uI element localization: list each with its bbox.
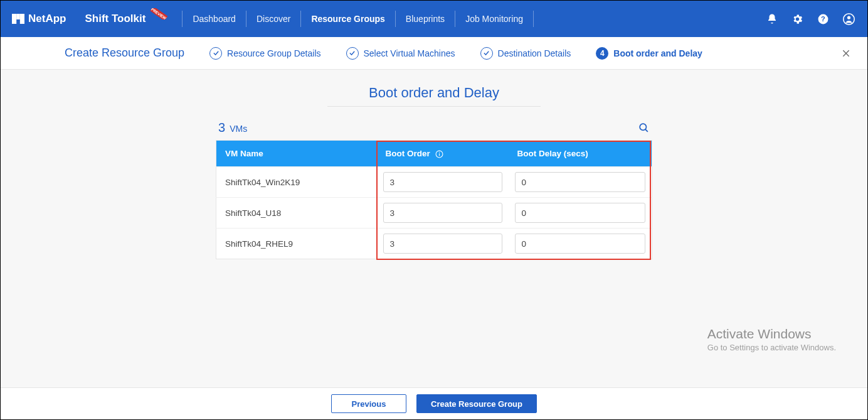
col-boot-delay: Boot Delay (secs): [509, 141, 652, 167]
svg-point-11: [640, 124, 646, 130]
vm-name-cell: ShiftTk04_U18: [216, 198, 377, 229]
check-icon: [346, 47, 359, 60]
nav-dashboard[interactable]: Dashboard: [183, 11, 246, 27]
vm-table: VM Name Boot Order Boot Delay (secs) Shi…: [216, 140, 652, 259]
step-destination-details[interactable]: Destination Details: [480, 47, 571, 60]
top-navbar: NetApp Shift Toolkit PREVIEW Dashboard D…: [1, 1, 867, 37]
vm-name-cell: ShiftTk04_Win2K19: [216, 167, 377, 198]
boot-delay-input[interactable]: [515, 203, 646, 223]
step-boot-order[interactable]: 4 Boot order and Delay: [596, 47, 702, 60]
nav-job-monitoring[interactable]: Job Monitoring: [455, 11, 533, 27]
preview-badge-icon: PREVIEW: [148, 8, 169, 23]
svg-text:?: ?: [821, 15, 825, 23]
watermark-line1: Activate Windows: [707, 326, 836, 342]
heading-underline: [327, 106, 541, 107]
create-resource-group-button[interactable]: Create Resource Group: [416, 394, 537, 413]
vm-name-cell: ShiftTk04_RHEL9: [216, 229, 377, 259]
boot-order-input[interactable]: [383, 203, 502, 223]
vm-count-number: 3: [218, 121, 225, 134]
vm-table-wrap: 3 VMs VM Name Boot Order Boot Delay (sec: [216, 121, 652, 259]
step-number: 4: [596, 47, 608, 60]
svg-rect-2: [16, 14, 20, 19]
nav-links: Dashboard Discover Resource Groups Bluep…: [183, 11, 534, 27]
col-boot-order: Boot Order: [377, 141, 509, 167]
vm-count: 3 VMs: [218, 121, 247, 135]
nav-resource-groups[interactable]: Resource Groups: [301, 11, 394, 27]
step-select-vms[interactable]: Select Virtual Machines: [346, 47, 455, 60]
app-title-text: Shift Toolkit: [85, 13, 146, 25]
wizard-steps: Resource Group Details Select Virtual Ma…: [209, 47, 702, 60]
table-header-row: VM Name Boot Order Boot Delay (secs): [216, 141, 652, 167]
wizard-title: Create Resource Group: [65, 46, 184, 60]
wizard-header: Create Resource Group Resource Group Det…: [1, 37, 867, 70]
col-boot-order-text: Boot Order: [386, 149, 430, 158]
table-row: ShiftTk04_RHEL9: [216, 229, 652, 259]
search-icon[interactable]: [638, 122, 650, 134]
windows-watermark: Activate Windows Go to Settings to activ…: [707, 326, 836, 352]
svg-rect-14: [438, 153, 439, 156]
help-icon[interactable]: ?: [817, 13, 829, 25]
svg-text:PREVIEW: PREVIEW: [151, 8, 167, 19]
svg-point-8: [847, 16, 850, 19]
brand-logo: NetApp: [12, 13, 66, 25]
step-label: Select Virtual Machines: [364, 48, 455, 58]
step-label: Destination Details: [498, 48, 571, 58]
gear-icon[interactable]: [791, 13, 803, 25]
check-icon: [209, 47, 222, 60]
watermark-line2: Go to Settings to activate Windows.: [707, 343, 836, 352]
table-row: ShiftTk04_U18: [216, 198, 652, 229]
col-vm-name: VM Name: [216, 141, 377, 167]
nav-discover[interactable]: Discover: [246, 11, 300, 27]
step-resource-group-details[interactable]: Resource Group Details: [209, 47, 320, 60]
bell-icon[interactable]: [766, 13, 778, 24]
app-title: Shift Toolkit PREVIEW: [85, 12, 182, 26]
nav-right: ?: [766, 13, 855, 25]
boot-delay-input[interactable]: [515, 172, 646, 192]
wizard-footer: Previous Create Resource Group: [1, 387, 867, 419]
boot-order-input[interactable]: [383, 172, 502, 192]
boot-order-input[interactable]: [383, 234, 502, 254]
svg-line-12: [645, 129, 648, 132]
step-label: Boot order and Delay: [613, 48, 702, 58]
step-label: Resource Group Details: [227, 48, 320, 58]
vm-count-label: VMs: [230, 124, 247, 134]
boot-delay-input[interactable]: [515, 234, 646, 254]
check-icon: [480, 47, 493, 60]
nav-separator: [533, 11, 534, 27]
table-row: ShiftTk04_Win2K19: [216, 167, 652, 198]
nav-blueprints[interactable]: Blueprints: [396, 11, 455, 27]
user-icon[interactable]: [843, 13, 855, 25]
svg-rect-1: [20, 14, 24, 24]
svg-rect-15: [438, 152, 439, 153]
page-heading: Boot order and Delay: [1, 85, 867, 101]
main-content: Boot order and Delay 3 VMs VM Name Boot …: [1, 70, 867, 387]
svg-rect-0: [12, 14, 16, 24]
netapp-logo-icon: [12, 14, 24, 24]
close-icon[interactable]: [841, 48, 851, 58]
info-icon[interactable]: [435, 150, 443, 158]
table-topbar: 3 VMs: [216, 121, 652, 135]
brand-name: NetApp: [28, 13, 66, 25]
previous-button[interactable]: Previous: [331, 394, 406, 413]
